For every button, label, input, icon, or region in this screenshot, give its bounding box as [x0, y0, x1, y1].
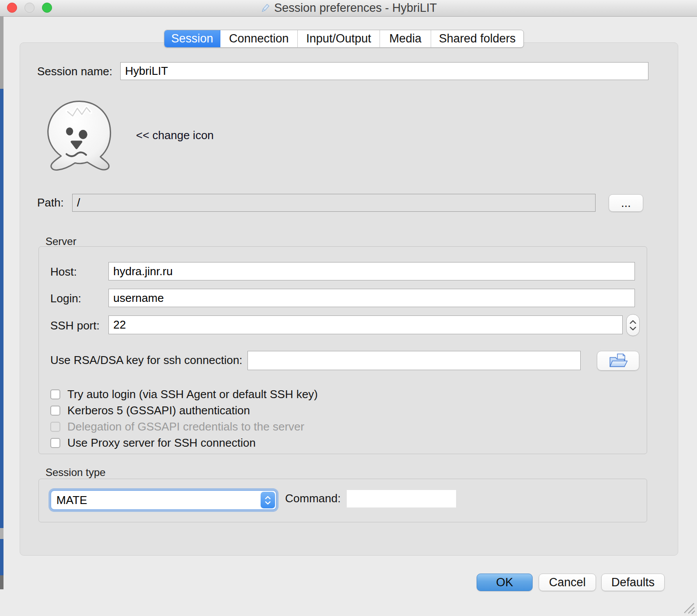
chevron-down-icon	[265, 501, 271, 504]
login-label: Login:	[50, 292, 81, 305]
background-window-edge	[0, 539, 3, 575]
proxy-checkbox[interactable]	[50, 438, 60, 448]
tab-session[interactable]: Session	[164, 30, 220, 47]
session-type-select[interactable]: MATE	[50, 490, 277, 510]
path-input[interactable]	[72, 194, 596, 212]
x2go-seal-mascot-icon[interactable]	[41, 99, 118, 172]
auto-login-checkbox[interactable]	[50, 389, 60, 399]
resize-grip-icon[interactable]	[679, 598, 696, 615]
session-type-selected-value: MATE	[56, 494, 87, 507]
titlebar: Session preferences - HybriLIT	[0, 0, 697, 17]
background-window-edge	[0, 16, 3, 89]
proxy-label: Use Proxy server for SSH connection	[67, 436, 256, 450]
proxy-checkbox-row: Use Proxy server for SSH connection	[50, 436, 256, 449]
tab-input-output[interactable]: Input/Output	[298, 30, 380, 47]
tab-shared-folders[interactable]: Shared folders	[431, 30, 523, 47]
command-label: Command:	[285, 492, 341, 505]
path-label: Path:	[37, 196, 64, 210]
ssh-port-label: SSH port:	[50, 319, 100, 332]
defaults-button[interactable]: Defaults	[601, 574, 665, 591]
session-type-group-label: Session type	[45, 466, 105, 479]
background-window-edge	[0, 575, 3, 589]
auto-login-label: Try auto login (via SSH Agent or default…	[67, 388, 318, 401]
background-window-edge	[0, 528, 3, 539]
browse-path-button[interactable]: ...	[609, 194, 643, 212]
spinner-down-icon[interactable]	[630, 327, 636, 330]
open-folder-icon	[608, 353, 628, 368]
session-name-label: Session name:	[37, 65, 112, 78]
change-icon-link[interactable]: << change icon	[136, 129, 214, 142]
spinner-up-icon[interactable]	[630, 320, 636, 324]
window-title: Session preferences - HybriLIT	[274, 1, 437, 15]
rsa-key-label: Use RSA/DSA key for ssh connection:	[50, 354, 242, 367]
cancel-button[interactable]: Cancel	[539, 574, 596, 591]
tab-connection[interactable]: Connection	[220, 30, 298, 47]
command-input[interactable]	[347, 490, 456, 508]
gssapi-delegation-checkbox-row: Delegation of GSSAPI credentials to the …	[50, 420, 304, 433]
server-group-label: Server	[45, 235, 77, 248]
session-name-input[interactable]	[120, 62, 648, 80]
ssh-port-stepper[interactable]	[626, 314, 640, 336]
ssh-port-input[interactable]	[108, 315, 623, 334]
kerberos-checkbox[interactable]	[50, 406, 60, 416]
tab-media[interactable]: Media	[380, 30, 431, 47]
auto-login-checkbox-row: Try auto login (via SSH Agent or default…	[50, 388, 318, 401]
gssapi-delegation-checkbox	[50, 422, 60, 432]
pencil-icon	[260, 3, 270, 13]
kerberos-label: Kerberos 5 (GSSAPI) authentication	[67, 404, 250, 417]
host-input[interactable]	[108, 262, 635, 280]
host-label: Host:	[50, 265, 77, 279]
kerberos-checkbox-row: Kerberos 5 (GSSAPI) authentication	[50, 404, 250, 417]
background-window-edge	[0, 89, 3, 528]
rsa-key-input[interactable]	[247, 351, 581, 370]
tab-bar: Session Connection Input/Output Media Sh…	[164, 30, 524, 48]
session-type-stepper[interactable]	[261, 492, 275, 508]
gssapi-delegation-label: Delegation of GSSAPI credentials to the …	[67, 420, 304, 434]
chevron-up-icon	[265, 496, 271, 499]
window-title-area: Session preferences - HybriLIT	[0, 0, 697, 16]
ok-button[interactable]: OK	[477, 574, 533, 591]
rsa-key-browse-button[interactable]	[597, 351, 639, 371]
login-input[interactable]	[108, 289, 635, 307]
